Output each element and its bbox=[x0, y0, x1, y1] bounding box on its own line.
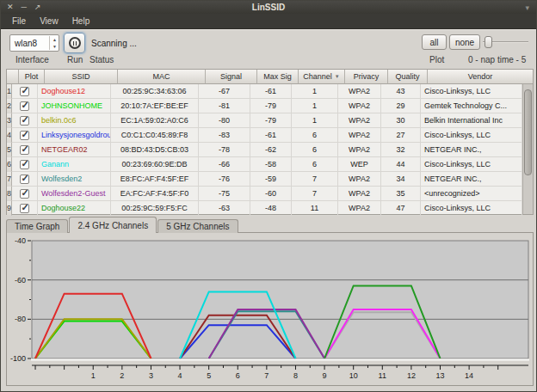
scrollbar-thumb[interactable] bbox=[524, 89, 532, 175]
table-row[interactable]: 7Wolfesden2E8:FC:AF:F4:5F:EF-76-597WPA23… bbox=[7, 172, 533, 187]
ssid-cell[interactable]: Doghouse22 bbox=[38, 201, 111, 216]
privacy-cell[interactable]: WEP bbox=[338, 157, 381, 172]
table-row[interactable]: 5NETGEAR0208:BD:43:D5:CB:03-78-626WPA232… bbox=[7, 143, 533, 157]
spinner-arrows-icon[interactable]: ▲▼ bbox=[49, 36, 57, 50]
vendor-cell[interactable]: Belkin International Inc bbox=[421, 113, 522, 128]
max-sig-cell[interactable]: -58 bbox=[250, 157, 292, 172]
signal-cell[interactable]: -63 bbox=[199, 201, 250, 216]
plot-cell[interactable] bbox=[12, 143, 38, 157]
privacy-cell[interactable]: WPA2 bbox=[338, 99, 381, 113]
channel-cell[interactable]: 1 bbox=[292, 99, 338, 113]
menu-item-help[interactable]: Help bbox=[66, 15, 96, 28]
plot-checkbox[interactable] bbox=[20, 131, 29, 140]
column-header-privacy[interactable]: Privacy bbox=[345, 70, 388, 84]
tab-2-4-ghz-channels[interactable]: 2.4 GHz Channels bbox=[69, 217, 157, 233]
max-sig-cell[interactable]: -59 bbox=[250, 172, 292, 187]
plot-none-button[interactable]: none bbox=[449, 34, 480, 50]
ssid-cell[interactable]: Ganann bbox=[38, 157, 111, 172]
channel-cell[interactable]: 6 bbox=[292, 128, 338, 143]
plot-checkbox[interactable] bbox=[20, 189, 29, 199]
plot-all-button[interactable]: all bbox=[422, 34, 447, 50]
vendor-cell[interactable]: Cisco-Linksys, LLC bbox=[421, 128, 522, 143]
privacy-cell[interactable]: WPA2 bbox=[338, 113, 381, 128]
ssid-cell[interactable]: Wolfesden2-Guest bbox=[38, 187, 111, 201]
titlebar-chevron-icon[interactable]: ▾ bbox=[525, 3, 529, 12]
signal-cell[interactable]: -76 bbox=[199, 172, 250, 187]
mac-cell[interactable]: 00:23:69:60:9E:DB bbox=[111, 157, 199, 172]
signal-cell[interactable]: -78 bbox=[199, 143, 250, 157]
signal-cell[interactable]: -67 bbox=[199, 84, 250, 99]
plot-cell[interactable] bbox=[12, 172, 38, 187]
signal-cell[interactable]: -83 bbox=[199, 128, 250, 143]
tab-time-graph[interactable]: Time Graph bbox=[6, 219, 68, 233]
table-row[interactable]: 3belkin.0c6EC:1A:59:02:A0:C6-80-791WPA23… bbox=[7, 113, 533, 128]
table-vertical-scrollbar[interactable] bbox=[522, 84, 533, 214]
plot-cell[interactable] bbox=[12, 187, 38, 201]
column-header-mac[interactable]: MAC bbox=[118, 70, 206, 84]
ssid-cell[interactable]: Wolfesden2 bbox=[38, 172, 111, 187]
vendor-cell[interactable]: Gemtek Technology C... bbox=[421, 99, 522, 113]
ssid-cell[interactable]: Doghouse12 bbox=[38, 84, 111, 99]
plot-checkbox[interactable] bbox=[20, 116, 29, 126]
quality-cell[interactable]: 32 bbox=[381, 143, 421, 157]
ssid-cell[interactable]: Linksysjonesgoldrouter bbox=[38, 128, 111, 143]
menu-item-view[interactable]: View bbox=[34, 15, 65, 28]
max-sig-cell[interactable]: -61 bbox=[250, 84, 292, 99]
plot-checkbox[interactable] bbox=[20, 87, 29, 96]
vendor-cell[interactable]: <unrecognized> bbox=[421, 187, 522, 201]
max-sig-cell[interactable]: -48 bbox=[250, 201, 292, 216]
privacy-cell[interactable]: WPA2 bbox=[338, 172, 381, 187]
ssid-cell[interactable]: NETGEAR02 bbox=[38, 143, 111, 157]
plot-cell[interactable] bbox=[12, 99, 38, 113]
quality-cell[interactable]: 29 bbox=[381, 99, 421, 113]
quality-cell[interactable]: 47 bbox=[381, 201, 421, 216]
plot-cell[interactable] bbox=[12, 157, 38, 172]
channel-cell[interactable]: 7 bbox=[292, 172, 338, 187]
table-row[interactable]: 9Doghouse2200:25:9C:59:F5:FC-63-4811WPA2… bbox=[7, 201, 533, 216]
column-header-quality[interactable]: Quality bbox=[388, 70, 428, 84]
signal-cell[interactable]: -81 bbox=[199, 99, 250, 113]
column-header-plot[interactable]: Plot bbox=[19, 70, 45, 84]
plot-cell[interactable] bbox=[12, 84, 38, 99]
plot-cell[interactable] bbox=[12, 113, 38, 128]
max-sig-cell[interactable]: -60 bbox=[250, 187, 292, 201]
max-sig-cell[interactable]: -79 bbox=[250, 99, 292, 113]
vendor-cell[interactable]: Cisco-Linksys, LLC bbox=[421, 84, 522, 99]
quality-cell[interactable]: 27 bbox=[381, 128, 421, 143]
mac-cell[interactable]: 08:BD:43:D5:CB:03 bbox=[111, 143, 199, 157]
ssid-cell[interactable]: JOHNSONHOME bbox=[38, 99, 111, 113]
menu-item-file[interactable]: File bbox=[6, 15, 32, 28]
table-row[interactable]: 4LinksysjonesgoldrouterC0:C1:C0:45:89:F8… bbox=[7, 128, 533, 143]
column-header-max-sig[interactable]: Max Sig bbox=[257, 70, 299, 84]
column-header-signal[interactable]: Signal bbox=[206, 70, 257, 84]
mac-cell[interactable]: 00:25:9C:34:63:06 bbox=[111, 84, 199, 99]
mac-cell[interactable]: 00:25:9C:59:F5:FC bbox=[111, 201, 199, 216]
mac-cell[interactable]: E8:FC:AF:F4:5F:EF bbox=[111, 172, 199, 187]
signal-cell[interactable]: -66 bbox=[199, 157, 250, 172]
table-row[interactable]: 2JOHNSONHOME20:10:7A:EF:BE:EF-81-791WPA2… bbox=[7, 99, 533, 113]
slider-handle[interactable] bbox=[485, 36, 492, 48]
plot-checkbox[interactable] bbox=[20, 145, 29, 155]
signal-cell[interactable]: -75 bbox=[199, 187, 250, 201]
plot-checkbox[interactable] bbox=[20, 175, 29, 184]
channel-cell[interactable]: 6 bbox=[292, 157, 338, 172]
max-sig-cell[interactable]: -79 bbox=[250, 113, 292, 128]
channel-cell[interactable]: 6 bbox=[292, 143, 338, 157]
channel-cell[interactable]: 11 bbox=[292, 201, 338, 216]
max-sig-cell[interactable]: -62 bbox=[250, 143, 292, 157]
table-row[interactable]: 8Wolfesden2-GuestEA:FC:AF:F4:5F:F0-75-60… bbox=[7, 187, 533, 201]
plot-checkbox[interactable] bbox=[20, 160, 29, 169]
tab-5-ghz-channels[interactable]: 5 GHz Channels bbox=[157, 219, 238, 233]
channel-cell[interactable]: 7 bbox=[292, 187, 338, 201]
plot-checkbox[interactable] bbox=[20, 204, 29, 213]
privacy-cell[interactable]: WPA2 bbox=[338, 187, 381, 201]
vendor-cell[interactable]: Cisco-Linksys, LLC bbox=[421, 157, 522, 172]
table-row[interactable]: 6Ganann00:23:69:60:9E:DB-66-586WEP44Cisc… bbox=[7, 157, 533, 172]
signal-cell[interactable]: -80 bbox=[199, 113, 250, 128]
plot-checkbox[interactable] bbox=[20, 101, 29, 111]
mac-cell[interactable]: C0:C1:C0:45:89:F8 bbox=[111, 128, 199, 143]
quality-cell[interactable]: 44 bbox=[381, 157, 421, 172]
max-sig-cell[interactable]: -61 bbox=[250, 128, 292, 143]
quality-cell[interactable]: 34 bbox=[381, 172, 421, 187]
quality-cell[interactable]: 30 bbox=[381, 113, 421, 128]
